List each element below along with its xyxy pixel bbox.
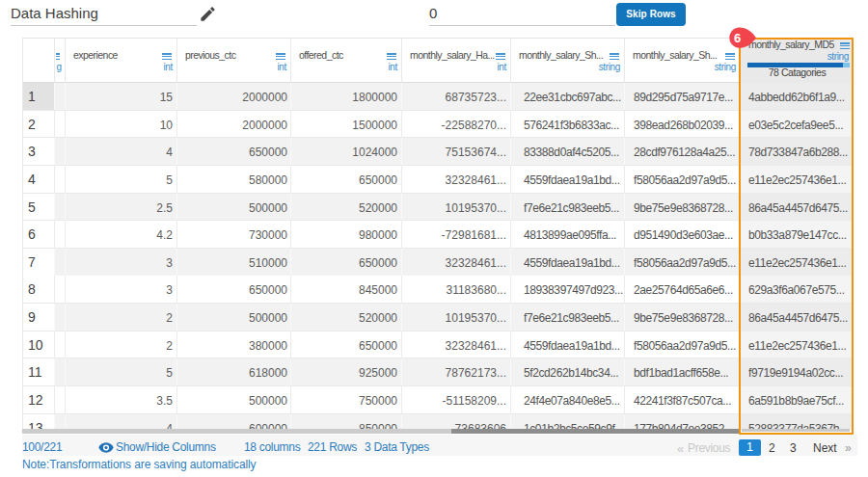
svg-text:6: 6 (734, 31, 741, 45)
